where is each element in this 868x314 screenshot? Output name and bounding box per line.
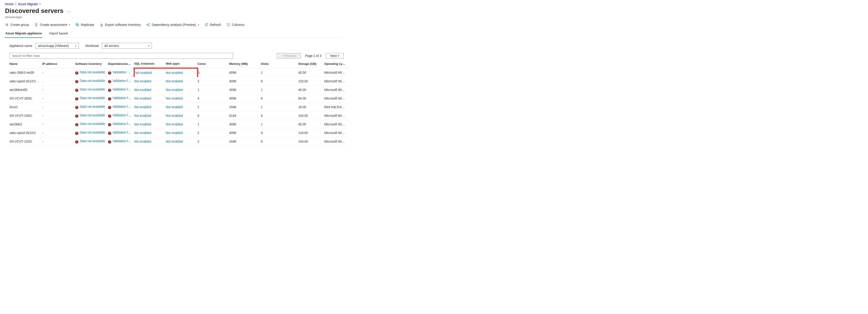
dependencies-link[interactable]: Validation failed <box>113 96 134 100</box>
software-inventory-link[interactable]: Data not available <box>80 139 105 143</box>
cell-software-inventory[interactable]: !Data not available <box>75 111 108 120</box>
sql-instances-link[interactable]: Not enabled <box>134 79 151 83</box>
cell-web-apps[interactable]: Not enabled <box>166 129 197 137</box>
col-memory[interactable]: Memory (MB) <box>229 60 261 68</box>
software-inventory-link[interactable]: Data not available <box>80 105 105 108</box>
dependencies-link[interactable]: Validation failed <box>113 131 134 134</box>
sql-instances-link[interactable]: Not enabled <box>134 88 151 92</box>
cell-sql-instances[interactable]: Not enabled <box>134 137 166 146</box>
dependency-analysis-button[interactable]: Dependency analysis (Preview) ▾ <box>146 23 199 27</box>
software-inventory-link[interactable]: Data not available <box>80 122 105 125</box>
table-row[interactable]: win2k8net35-!Data not available!Validati… <box>9 85 348 94</box>
appliance-name-dropdown[interactable]: airsonicapp (VMware) ▾ <box>35 43 79 49</box>
cell-dependencies[interactable]: !Validation failed <box>108 137 134 146</box>
previous-button[interactable]: < Previous <box>277 53 301 58</box>
col-web-apps[interactable]: Web apps <box>166 60 197 68</box>
cell-dependencies[interactable]: !Validation failed <box>108 85 134 94</box>
sql-instances-link[interactable]: Not enabled <box>134 131 151 135</box>
col-cores[interactable]: Cores <box>197 60 229 68</box>
col-dependencies[interactable]: Dependencies (Age… <box>108 60 134 68</box>
cell-software-inventory[interactable]: !Data not available <box>75 129 108 137</box>
col-sql-instances[interactable]: SQL instances <box>134 60 166 68</box>
cell-software-inventory[interactable]: !Data not available <box>75 103 108 111</box>
table-row[interactable]: saku-2k8r2-net35-!Data not available!Val… <box>9 68 348 77</box>
cell-web-apps[interactable]: Not enabled <box>166 137 197 146</box>
next-button[interactable]: Next > <box>326 53 344 58</box>
cell-software-inventory[interactable]: !Data not available <box>75 68 108 77</box>
columns-button[interactable]: Columns <box>226 23 244 27</box>
cell-software-inventory[interactable]: !Data not available <box>75 77 108 85</box>
cell-web-apps[interactable]: Not enabled <box>166 103 197 111</box>
sql-instances-link[interactable]: Not enabled <box>134 105 151 109</box>
cell-web-apps[interactable]: Not enabled <box>166 68 197 77</box>
software-inventory-link[interactable]: Data not available <box>80 131 105 134</box>
cell-sql-instances[interactable]: Not enabled <box>134 94 166 103</box>
search-input[interactable] <box>9 53 233 59</box>
sql-instances-link[interactable]: Not enabled <box>134 122 151 126</box>
cell-dependencies[interactable]: !Validation failed <box>108 120 134 129</box>
cell-software-inventory[interactable]: !Data not available <box>75 94 108 103</box>
create-group-button[interactable]: Create group <box>5 23 29 27</box>
sql-instances-link[interactable]: Not enabled <box>135 71 152 75</box>
software-inventory-link[interactable]: Data not available <box>80 96 105 100</box>
software-inventory-link[interactable]: Data not available <box>80 87 105 91</box>
col-name[interactable]: Name <box>9 60 42 68</box>
web-apps-link[interactable]: Not enabled <box>166 122 183 126</box>
replicate-button[interactable]: Replicate <box>75 23 94 27</box>
breadcrumb-azure-migrate[interactable]: Azure Migrate <box>18 2 38 6</box>
cell-sql-instances[interactable]: Not enabled <box>134 77 166 85</box>
dependencies-link[interactable]: Validation failed <box>113 113 134 117</box>
col-os[interactable]: Operating system <box>324 60 348 68</box>
table-row[interactable]: win2k8r2-!Data not available!Validation … <box>9 120 348 129</box>
cell-web-apps[interactable]: Not enabled <box>166 111 197 120</box>
col-software-inventory[interactable]: Software inventory <box>75 60 108 68</box>
cell-web-apps[interactable]: Not enabled <box>166 77 197 85</box>
web-apps-link[interactable]: Not enabled <box>166 96 183 100</box>
more-actions-icon[interactable]: ⋯ <box>67 9 71 13</box>
cell-web-apps[interactable]: Not enabled <box>166 85 197 94</box>
web-apps-link[interactable]: Not enabled <box>166 71 183 75</box>
export-inventory-button[interactable]: Export software inventory <box>100 23 141 27</box>
web-apps-link[interactable]: Not enabled <box>166 105 183 109</box>
software-inventory-link[interactable]: Data not available <box>80 79 105 83</box>
cell-sql-instances[interactable]: Not enabled <box>134 103 166 111</box>
web-apps-link[interactable]: Not enabled <box>166 114 183 117</box>
tab-azure-migrate-appliance[interactable]: Azure Migrate appliance <box>5 30 42 38</box>
web-apps-link[interactable]: Not enabled <box>166 131 183 135</box>
dependencies-link[interactable]: Validation failed <box>113 122 134 125</box>
col-storage[interactable]: Storage (GB) <box>298 60 324 68</box>
table-row[interactable]: SS-VCVT-16DC-!Data not available!Validat… <box>9 94 348 103</box>
cell-dependencies[interactable]: !Validation failed <box>108 77 134 85</box>
cell-dependencies[interactable]: !Validation failed <box>108 68 134 77</box>
software-inventory-link[interactable]: Data not available <box>80 113 105 117</box>
cell-dependencies[interactable]: !Validation failed <box>108 129 134 137</box>
sql-instances-link[interactable]: Not enabled <box>134 140 151 143</box>
cell-sql-instances[interactable]: Not enabled <box>134 111 166 120</box>
sql-instances-link[interactable]: Not enabled <box>134 114 151 117</box>
cell-sql-instances[interactable]: Not enabled <box>134 129 166 137</box>
dependencies-link[interactable]: Validation failed <box>113 87 134 91</box>
cell-dependencies[interactable]: !Validation failed <box>108 103 134 111</box>
col-disks[interactable]: Disks <box>261 60 298 68</box>
cell-software-inventory[interactable]: !Data not available <box>75 85 108 94</box>
col-ip[interactable]: IP address <box>42 60 75 68</box>
dependencies-link[interactable]: Validation failed <box>113 139 134 143</box>
workload-dropdown[interactable]: All servers ▾ <box>102 43 152 49</box>
cell-software-inventory[interactable]: !Data not available <box>75 120 108 129</box>
refresh-button[interactable]: Refresh <box>205 23 221 27</box>
web-apps-link[interactable]: Not enabled <box>166 140 183 143</box>
table-row[interactable]: saku-spool-2k12r2-!Data not available!Va… <box>9 129 348 137</box>
cell-sql-instances[interactable]: Not enabled <box>134 85 166 94</box>
software-inventory-link[interactable]: Data not available <box>80 70 105 74</box>
table-row[interactable]: linux1-!Data not available!Validation fa… <box>9 103 348 111</box>
web-apps-link[interactable]: Not enabled <box>166 88 183 92</box>
dependencies-link[interactable]: Validation failed <box>113 105 134 108</box>
table-row[interactable]: saku-spool-2k12r2-o….!Data not available… <box>9 77 348 85</box>
cell-sql-instances[interactable]: Not enabled <box>134 120 166 129</box>
create-assessment-button[interactable]: Create assessment ▾ <box>34 23 70 27</box>
web-apps-link[interactable]: Not enabled <box>166 79 183 83</box>
cell-dependencies[interactable]: !Validation failed <box>108 94 134 103</box>
tab-import-based[interactable]: Import based <box>49 30 68 38</box>
sql-instances-link[interactable]: Not enabled <box>134 96 151 100</box>
cell-web-apps[interactable]: Not enabled <box>166 120 197 129</box>
